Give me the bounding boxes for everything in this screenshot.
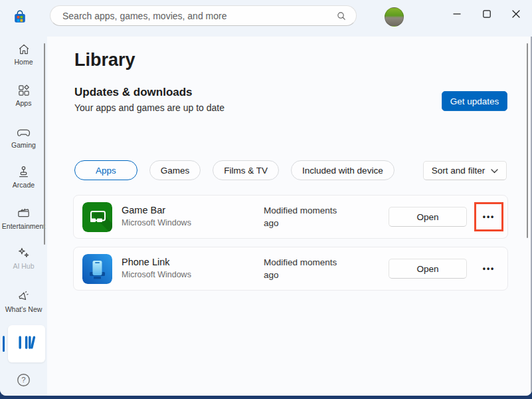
get-updates-button[interactable]: Get updates [442,91,507,111]
sidebar-item-arcade[interactable]: Arcade [0,164,47,189]
sidebar-item-gaming[interactable]: Gaming [0,124,47,149]
close-button[interactable] [501,0,531,28]
tab-films-tv[interactable]: Films & TV [213,160,279,180]
apps-grid-icon [0,83,47,98]
sidebar-item-library[interactable] [8,325,45,362]
app-publisher: Microsoft Windows [122,218,191,227]
app-name: Game Bar [122,205,191,216]
tab-games[interactable]: Games [149,160,201,180]
app-modified-status: Modified moments ago [264,256,353,281]
game-bar-app-icon [82,202,112,232]
more-options-button[interactable]: ••• [474,254,503,283]
titlebar [0,0,532,37]
app-row-phone-link[interactable]: Phone Link Microsoft Windows Modified mo… [73,247,508,291]
sort-and-filter-label: Sort and filter [432,166,485,176]
microsoft-store-window: Home Apps Gaming [0,0,532,396]
app-meta: Phone Link Microsoft Windows [122,257,191,279]
sidebar-item-whats-new[interactable]: What's New [0,289,47,313]
svg-text:?: ? [21,376,25,384]
sort-and-filter-button[interactable]: Sort and filter [423,161,507,180]
more-options-button[interactable]: ••• [474,202,503,231]
sidebar-item-label: Apps [0,100,47,107]
gamepad-icon [0,124,47,140]
minimize-button[interactable] [442,0,472,28]
megaphone-icon [0,289,47,304]
sidebar-item-home[interactable]: Home [0,42,47,66]
sidebar: Home Apps Gaming [0,37,47,396]
main-scrollbar[interactable] [527,43,528,238]
selected-indicator [3,336,5,352]
clapperboard-icon [0,205,47,221]
sidebar-item-ai-hub[interactable]: AI Hub [0,245,47,270]
library-books-icon [16,334,37,354]
chevron-down-icon [491,166,498,176]
page-title: Library [74,50,135,70]
search-input[interactable] [50,11,336,21]
joystick-icon [0,164,47,180]
tab-included-with-device[interactable]: Included with device [291,160,395,180]
sidebar-item-label: Home [0,59,47,66]
account-avatar[interactable] [385,7,404,27]
tab-apps[interactable]: Apps [74,160,137,180]
home-icon [0,42,47,57]
store-logo-icon[interactable] [11,8,29,27]
open-button[interactable]: Open [389,207,467,227]
sparkles-icon [0,245,47,261]
app-meta: Game Bar Microsoft Windows [122,205,191,227]
app-publisher: Microsoft Windows [122,270,191,279]
sidebar-item-apps[interactable]: Apps [0,83,47,107]
maximize-button[interactable] [472,0,502,28]
sidebar-item-label: What's New [0,306,47,313]
category-tabs: Apps Games Films & TV Included with devi… [74,160,395,180]
phone-link-app-icon [82,254,112,284]
search-icon[interactable] [336,11,347,21]
app-row-game-bar[interactable]: Game Bar Microsoft Windows Modified mome… [73,195,508,239]
sidebar-item-label: Gaming [0,142,47,149]
app-name: Phone Link [122,257,191,268]
help-button[interactable]: ? [0,372,47,391]
app-modified-status: Modified moments ago [264,204,353,229]
sidebar-scrollbar[interactable] [44,43,45,245]
help-icon: ? [15,372,32,391]
sidebar-item-label: Arcade [0,182,47,189]
sidebar-item-label: AI Hub [0,263,47,270]
sidebar-item-entertainment[interactable]: Entertainment [0,205,47,230]
updates-status: Your apps and games are up to date [74,102,224,113]
sidebar-item-label: Entertainment [0,223,47,230]
search-box [50,5,357,26]
open-button[interactable]: Open [389,259,467,279]
main-content: Library Updates & downloads Your apps an… [47,37,532,396]
updates-heading: Updates & downloads [74,86,193,99]
